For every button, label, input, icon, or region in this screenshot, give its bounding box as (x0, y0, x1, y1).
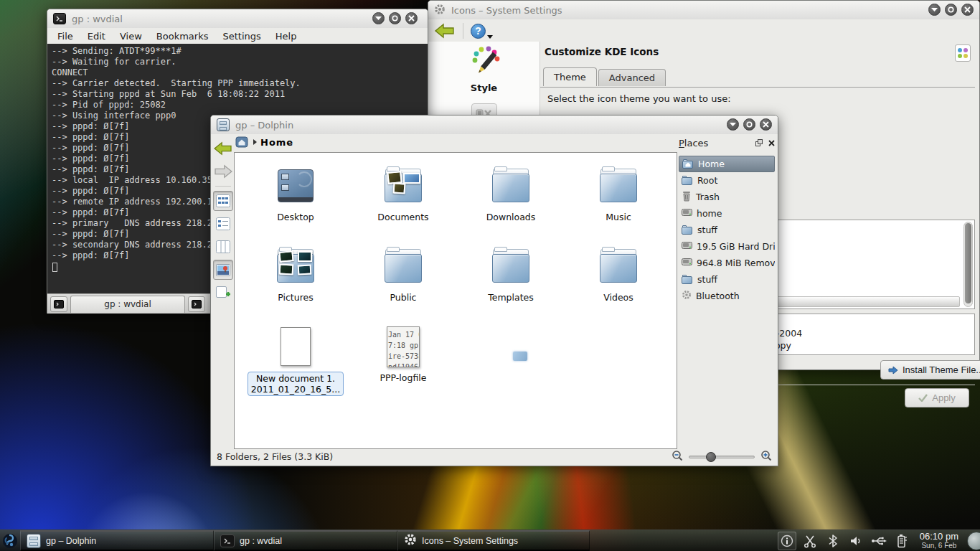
file-item-documents[interactable]: Documents (349, 159, 457, 239)
document-icon (273, 324, 319, 369)
forward-button[interactable] (212, 161, 234, 182)
gear-icon (434, 4, 446, 17)
menu-help[interactable]: Help (275, 31, 297, 42)
menu-file[interactable]: File (57, 31, 73, 42)
file-item-desktop[interactable]: Desktop (242, 159, 349, 239)
details-view-button[interactable] (213, 214, 233, 234)
taskbar-item-dolphin[interactable]: gp – Dolphin (20, 530, 214, 551)
folder-icon (682, 275, 693, 284)
volume-icon[interactable] (847, 532, 865, 550)
file-item-videos[interactable]: Videos (565, 239, 672, 319)
new-tab-button[interactable] (50, 296, 67, 312)
split-view-button[interactable] (213, 283, 233, 303)
zoom-in-button[interactable] (760, 450, 772, 463)
drive-icon (682, 241, 692, 252)
place-root[interactable]: Root (679, 172, 775, 189)
menu-view[interactable]: View (120, 31, 142, 42)
clipboard-scissors-icon[interactable] (801, 532, 819, 550)
bluetooth-icon[interactable] (824, 532, 842, 550)
file-item-downloads[interactable]: Downloads (457, 159, 565, 239)
breadcrumb-home-button[interactable] (235, 136, 250, 149)
file-item-new-document[interactable]: New document 1. 2011_01_20_16_5... (242, 319, 349, 400)
window-title: gp – Dolphin (235, 120, 293, 131)
menu-bookmarks[interactable]: Bookmarks (156, 31, 209, 42)
preview-toggle-button[interactable] (213, 260, 233, 280)
panel-toolbox-icon[interactable] (967, 532, 980, 550)
file-item-templates[interactable]: Templates (457, 239, 565, 319)
breadcrumb-home[interactable]: Home (260, 137, 293, 148)
tab-theme[interactable]: Theme (543, 67, 597, 86)
tab-advanced[interactable]: Advanced (598, 69, 666, 86)
help-button[interactable]: ? (471, 22, 488, 39)
place-trash[interactable]: Trash (679, 189, 775, 205)
terminal-icon (54, 300, 64, 309)
install-theme-button[interactable]: Install Theme File... (880, 360, 980, 380)
taskbar: gp – Dolphin gp : wvdial Icons – System … (0, 529, 980, 551)
taskbar-item-system-settings[interactable]: Icons – System Settings (397, 530, 590, 551)
float-panel-button[interactable] (755, 139, 763, 146)
apply-button[interactable]: Apply (905, 388, 969, 408)
clock[interactable]: 06:10 pm Sun, 6 Feb (915, 532, 963, 550)
minimize-button[interactable] (372, 12, 385, 24)
place-hard-drive[interactable]: 19.5 GiB Hard Drive (679, 238, 775, 255)
icons-view-button[interactable] (213, 191, 233, 211)
folder-icon (488, 243, 534, 289)
folder-icon (682, 176, 693, 185)
zoom-slider[interactable] (689, 452, 755, 462)
documents-folder-icon (380, 163, 426, 209)
system-settings-titlebar: Icons – System Settings (428, 1, 979, 19)
maximize-button[interactable] (743, 118, 755, 131)
terminal-tab[interactable]: gp : wvdial (70, 296, 185, 313)
maximize-button[interactable] (945, 4, 957, 16)
back-button[interactable] (212, 138, 234, 159)
terminal-icon (220, 534, 235, 547)
place-stuff-2[interactable]: stuff (679, 271, 775, 288)
scrollbar-thumb[interactable] (965, 223, 971, 303)
usb-device-icon[interactable] (870, 532, 888, 550)
file-item-public[interactable]: Public (349, 239, 457, 319)
close-panel-button[interactable] (768, 140, 775, 146)
close-button[interactable] (961, 4, 974, 16)
dolphin-file-view[interactable]: Desktop Documents Downloads (234, 152, 677, 449)
battery-icon[interactable] (892, 532, 911, 550)
place-stuff-1[interactable]: stuff (679, 222, 775, 238)
minimize-button[interactable] (928, 4, 941, 16)
columns-view-button[interactable] (213, 237, 233, 257)
place-removable-drive[interactable]: 964.8 MiB Remov... (679, 255, 775, 271)
columns-view-icon (216, 240, 230, 253)
place-home[interactable]: Home (679, 156, 775, 172)
folder-icon (380, 243, 426, 289)
system-settings-toolbar: ? (428, 19, 979, 42)
zoom-out-button[interactable] (672, 450, 683, 463)
notifications-icon[interactable] (778, 532, 796, 550)
drive-icon (682, 208, 692, 219)
file-item-ppp-logfile[interactable]: Jan 17 09:4 7:18 gp-Asp ire-5738 pp pd[1… (349, 319, 457, 400)
place-bluetooth[interactable]: Bluetooth (679, 288, 775, 304)
sidebar-item-style[interactable]: Style (428, 42, 540, 93)
desktop-folder-icon (273, 163, 319, 209)
konsole-menubar: File Edit View Bookmarks Settings Help (47, 28, 428, 44)
scrollbar[interactable] (963, 222, 973, 307)
place-home-drive[interactable]: home (679, 205, 775, 222)
module-header: Customize KDE Icons (545, 46, 659, 57)
close-button[interactable] (760, 118, 772, 131)
file-item-pictures[interactable]: Pictures (242, 239, 349, 319)
gear-icon (682, 290, 692, 302)
distro-logo-icon (2, 533, 18, 549)
terminal-cursor (52, 263, 57, 272)
terminal-icon (192, 300, 202, 309)
taskbar-item-wvdial[interactable]: gp : wvdial (214, 530, 397, 551)
zoom-out-icon (672, 450, 683, 461)
back-button[interactable] (434, 21, 456, 41)
close-button[interactable] (405, 12, 418, 24)
minimize-button[interactable] (727, 118, 739, 131)
help-icon: ? (471, 24, 486, 39)
maximize-button[interactable] (389, 12, 401, 24)
file-item-music[interactable]: Music (565, 159, 672, 239)
menu-edit[interactable]: Edit (88, 31, 105, 42)
zoom-slider-handle[interactable] (706, 452, 716, 462)
places-panel-title: Places (679, 138, 708, 149)
app-launcher-button[interactable] (0, 530, 20, 551)
tab-list-button[interactable] (188, 296, 205, 312)
menu-settings[interactable]: Settings (222, 31, 260, 42)
